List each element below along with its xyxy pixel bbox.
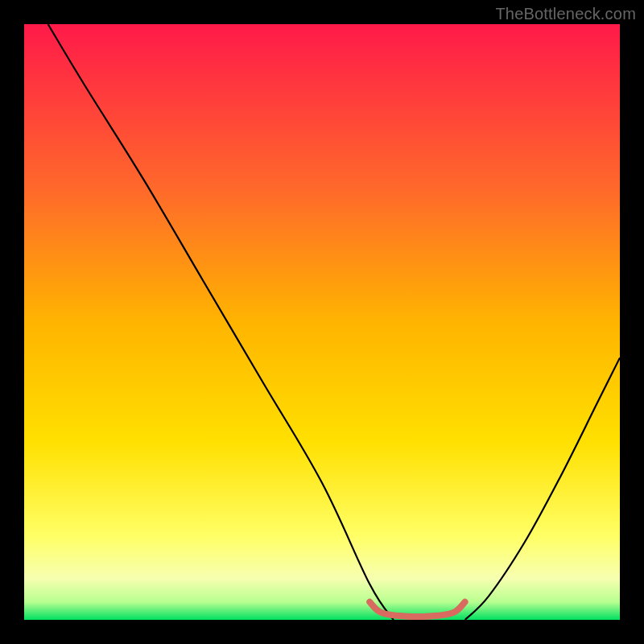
watermark-text: TheBottleneck.com (495, 5, 636, 23)
chart-stage: TheBottleneck.com (0, 0, 644, 644)
chart-svg (24, 24, 620, 620)
plot-area (24, 24, 620, 620)
